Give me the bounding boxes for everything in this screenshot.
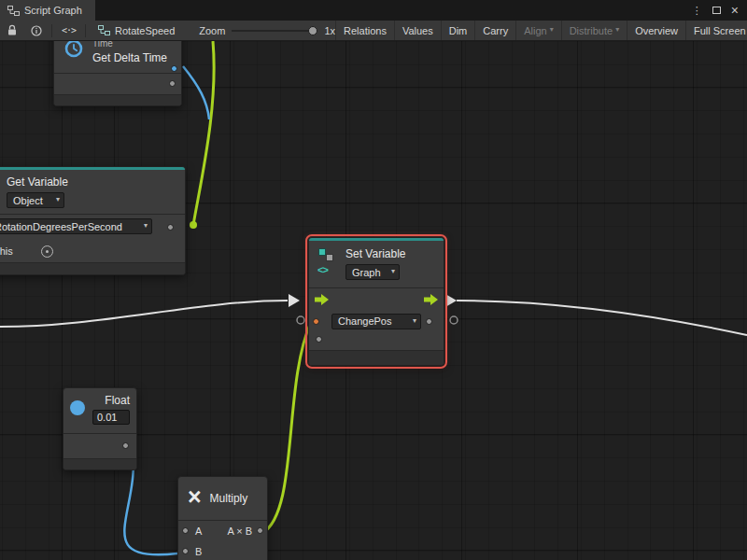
output-port[interactable] [169, 80, 176, 87]
variable-scope-dropdown[interactable]: Object [7, 192, 64, 208]
relations-button[interactable]: Relations [335, 21, 394, 40]
dim-button[interactable]: Dim [441, 21, 475, 40]
variable-name-row: RotationDegreesPerSecond [0, 215, 185, 240]
exec-input-port[interactable] [315, 294, 329, 305]
node-multiply[interactable]: × Multiply A A × B B [177, 476, 268, 560]
value-wire-multiply-to-setvariable[interactable] [262, 322, 311, 533]
node-get-delta-time[interactable]: Time Get Delta Time [53, 41, 182, 106]
port-row-b: B [178, 541, 267, 560]
value-output-port[interactable] [167, 224, 174, 231]
clock-icon [63, 41, 84, 59]
graph-reference[interactable]: RotateSpeed [89, 25, 184, 36]
set-variable-icon: <> [317, 247, 339, 284]
value-output-port[interactable] [122, 442, 129, 449]
graph-canvas[interactable]: Time Get Delta Time Get Variable Object … [0, 41, 747, 560]
node-title: Get Delta Time [92, 51, 167, 64]
input-port-a[interactable] [182, 527, 189, 534]
port-bubble-right[interactable] [450, 316, 458, 324]
script-graph-window: Script Graph ⋮ × <·> RotateSpeed Zoom [0, 0, 747, 560]
node-header: Get Variable Object [0, 170, 185, 214]
multiply-icon: × [188, 485, 202, 509]
target-self-icon[interactable] [41, 245, 53, 258]
window-controls: ⋮ × [692, 0, 747, 21]
node-header: Time Get Delta Time [54, 41, 181, 73]
port-b-label: B [195, 546, 202, 557]
full-screen-button[interactable]: Full Screen [685, 21, 747, 40]
exec-arrow-in-icon [289, 294, 300, 307]
node-footer [54, 94, 181, 105]
values-button[interactable]: Values [394, 21, 441, 40]
node-port-row [63, 434, 136, 458]
toolbar-separator [85, 24, 86, 37]
value-input-port[interactable] [313, 318, 319, 325]
fallback-input-port[interactable] [316, 336, 322, 343]
code-brackets-icon: <> [317, 264, 328, 275]
node-port-row [54, 74, 181, 94]
variable-name-dropdown[interactable]: RotationDegreesPerSecond [0, 218, 152, 234]
zoom-slider[interactable] [232, 24, 317, 37]
exec-port-row [309, 288, 444, 311]
float-output-port[interactable] [171, 65, 177, 72]
result-output-port[interactable] [257, 527, 263, 534]
code-preview-icon[interactable]: <·> [55, 21, 82, 40]
zoom-slider-knob[interactable] [308, 26, 317, 35]
variable-icon [318, 248, 326, 256]
result-port-label: A × B [227, 525, 252, 537]
exec-arrow-out-icon [445, 294, 457, 307]
node-set-variable[interactable]: <> Set Variable Graph ChangePos [308, 237, 444, 366]
target-row: This [0, 240, 185, 262]
graph-icon [7, 6, 20, 16]
node-title: Set Variable [345, 247, 405, 260]
node-header: × Multiply [178, 477, 267, 520]
zoom-label: Zoom [199, 25, 225, 36]
node-title: Multiply [210, 492, 248, 505]
port-a-label: A [195, 525, 202, 537]
float-type-icon [70, 400, 85, 415]
align-dropdown[interactable]: Align [515, 21, 560, 40]
graph-name: RotateSpeed [115, 25, 175, 36]
value-wire-green-top[interactable] [193, 41, 214, 225]
node-header: <> Set Variable Graph [309, 241, 444, 287]
node-get-variable[interactable]: Get Variable Object RotationDegreesPerSe… [0, 166, 186, 275]
node-float-literal[interactable]: Float 0.01 [63, 387, 137, 470]
variable-scope-dropdown[interactable]: Graph [345, 264, 400, 280]
node-title: Get Variable [7, 175, 177, 189]
port-bubble-left[interactable] [297, 316, 304, 324]
carry-button[interactable]: Carry [474, 21, 515, 40]
node-footer [309, 350, 444, 365]
close-icon[interactable]: × [731, 4, 739, 17]
menu-icon[interactable]: ⋮ [692, 6, 702, 16]
lock-icon[interactable] [0, 21, 24, 40]
extra-port-row [309, 331, 444, 350]
tab-bar: Script Graph ⋮ × [0, 0, 747, 21]
exec-wire-out[interactable] [457, 301, 747, 335]
script-graph-asset-icon [98, 25, 110, 35]
exec-output-port[interactable] [424, 294, 438, 305]
variable-icon [326, 254, 333, 261]
tab-script-graph[interactable]: Script Graph [0, 0, 95, 21]
info-icon[interactable] [24, 21, 49, 40]
node-footer [0, 262, 185, 274]
zoom-control: Zoom 1x [184, 24, 335, 37]
green-wire-endpoint[interactable] [190, 221, 197, 229]
graph-toolbar: <·> RotateSpeed Zoom 1x Relations Values… [0, 21, 747, 41]
exec-wire-in[interactable] [0, 301, 288, 327]
float-value-input[interactable]: 0.01 [92, 410, 130, 425]
node-header: Float 0.01 [63, 388, 136, 433]
maximize-icon[interactable] [712, 7, 721, 14]
distribute-dropdown[interactable]: Distribute [561, 21, 627, 40]
node-footer [63, 458, 136, 469]
target-label: This [0, 245, 13, 257]
value-wire-deltatime[interactable] [183, 66, 209, 119]
overview-button[interactable]: Overview [627, 21, 685, 40]
toolbar-buttons: Relations Values Dim Carry Align Distrib… [335, 21, 747, 40]
input-port-b[interactable] [182, 548, 189, 554]
variable-name-row: ChangePos [309, 311, 444, 331]
tab-title: Script Graph [24, 5, 82, 16]
value-output-port[interactable] [426, 318, 432, 325]
variable-name-dropdown[interactable]: ChangePos [331, 314, 421, 329]
node-title: Float [105, 394, 130, 407]
port-row-a: A A × B [178, 521, 267, 541]
toolbar-separator [51, 24, 52, 37]
zoom-slider-track[interactable] [232, 30, 317, 32]
